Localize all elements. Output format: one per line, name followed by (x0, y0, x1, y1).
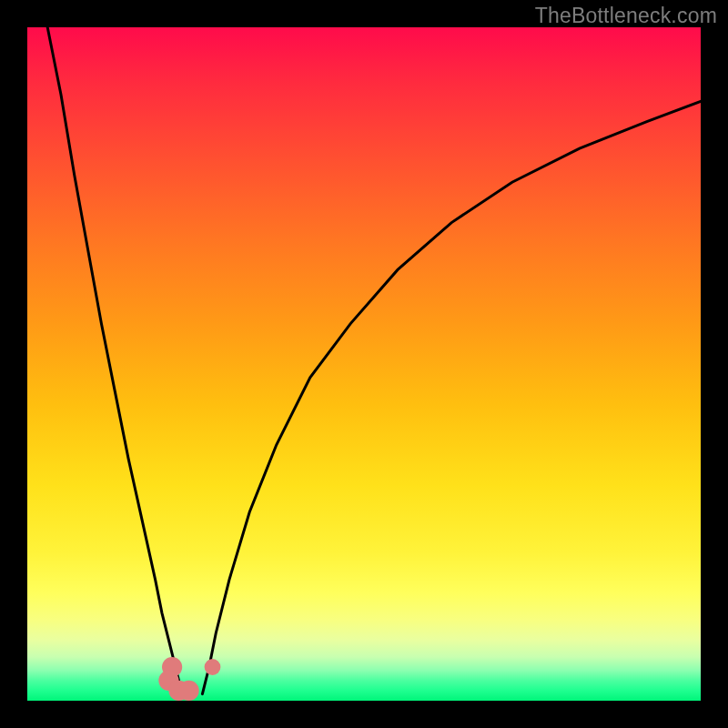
chart-frame: TheBottleneck.com (0, 0, 728, 728)
valley-markers (158, 657, 220, 701)
plot-area (27, 27, 701, 701)
curves-layer (27, 27, 701, 701)
left-curve (47, 27, 182, 694)
valley-dot-right (205, 659, 221, 675)
valley-cluster-l4 (179, 681, 199, 701)
right-curve (202, 101, 701, 693)
watermark-text: TheBottleneck.com (535, 4, 717, 28)
